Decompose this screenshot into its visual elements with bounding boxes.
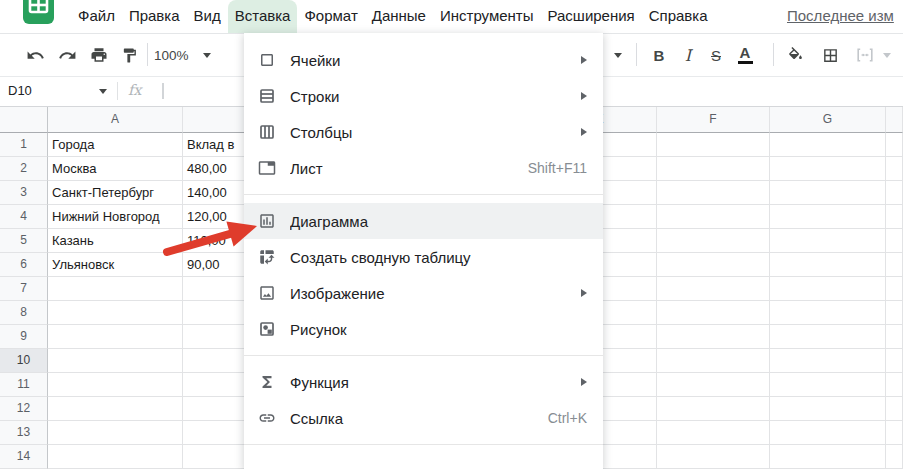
- row-header-6[interactable]: 6: [0, 253, 48, 277]
- cell-H5[interactable]: [886, 229, 903, 253]
- cell-A9[interactable]: [48, 325, 183, 349]
- fill-color-icon[interactable]: [782, 42, 808, 68]
- cell-H7[interactable]: [886, 277, 903, 301]
- cell-G10[interactable]: [770, 349, 886, 373]
- menu-item-link[interactable]: Ссылка Ctrl+K: [244, 400, 603, 436]
- cell-H3[interactable]: [886, 181, 903, 205]
- menu-item-cells[interactable]: Ячейки: [244, 42, 603, 78]
- undo-icon[interactable]: [22, 42, 48, 68]
- cell-G14[interactable]: [770, 445, 886, 469]
- row-header-1[interactable]: 1: [0, 133, 48, 157]
- cell-G6[interactable]: [770, 253, 886, 277]
- menu-insert[interactable]: Вставка: [228, 0, 298, 33]
- sheets-logo-icon[interactable]: [22, 0, 55, 25]
- cell-H9[interactable]: [886, 325, 903, 349]
- cell-F7[interactable]: [657, 277, 770, 301]
- cell-H1[interactable]: [886, 133, 903, 157]
- cell-F5[interactable]: [657, 229, 770, 253]
- cell-F2[interactable]: [657, 157, 770, 181]
- cell-F4[interactable]: [657, 205, 770, 229]
- column-header-F[interactable]: F: [657, 106, 770, 133]
- cell-H13[interactable]: [886, 421, 903, 445]
- row-header-7[interactable]: 7: [0, 277, 48, 301]
- italic-button[interactable]: I: [675, 42, 701, 68]
- menu-item-rows[interactable]: Строки: [244, 78, 603, 114]
- menu-file[interactable]: Файл: [71, 0, 122, 33]
- grid-corner[interactable]: [0, 106, 48, 133]
- cell-A1[interactable]: Города: [48, 133, 183, 157]
- menu-item-pivot-table[interactable]: Создать сводную таблицу: [244, 239, 603, 275]
- cell-A13[interactable]: [48, 421, 183, 445]
- font-size-dropdown[interactable]: [608, 42, 628, 68]
- cell-F12[interactable]: [657, 397, 770, 421]
- strikethrough-button[interactable]: S: [703, 42, 729, 68]
- row-header-2[interactable]: 2: [0, 157, 48, 181]
- row-header-9[interactable]: 9: [0, 325, 48, 349]
- merge-cells-dropdown[interactable]: [878, 42, 896, 68]
- cell-A11[interactable]: [48, 373, 183, 397]
- row-header-3[interactable]: 3: [0, 181, 48, 205]
- cell-H8[interactable]: [886, 301, 903, 325]
- text-color-button[interactable]: A: [732, 42, 758, 68]
- cell-H12[interactable]: [886, 397, 903, 421]
- cell-A10[interactable]: [48, 349, 183, 373]
- menu-data[interactable]: Данные: [365, 0, 433, 33]
- column-header-partial[interactable]: [886, 106, 903, 133]
- menu-item-drawing[interactable]: Рисунок: [244, 311, 603, 347]
- merge-cells-icon[interactable]: [852, 42, 878, 68]
- cell-A4[interactable]: Нижний Новгород: [48, 205, 183, 229]
- cell-G13[interactable]: [770, 421, 886, 445]
- last-edit-link[interactable]: Последнее изм: [787, 0, 903, 33]
- row-header-14[interactable]: 14: [0, 445, 48, 469]
- cell-G11[interactable]: [770, 373, 886, 397]
- menu-item-function[interactable]: Функция: [244, 364, 603, 400]
- menu-item-image[interactable]: Изображение: [244, 275, 603, 311]
- name-box-dropdown-icon[interactable]: [99, 89, 107, 94]
- menu-format[interactable]: Формат: [297, 0, 364, 33]
- cell-G3[interactable]: [770, 181, 886, 205]
- cell-F13[interactable]: [657, 421, 770, 445]
- cell-F6[interactable]: [657, 253, 770, 277]
- cell-A8[interactable]: [48, 301, 183, 325]
- menu-item-sheet[interactable]: Лист Shift+F11: [244, 150, 603, 186]
- cell-H2[interactable]: [886, 157, 903, 181]
- row-header-4[interactable]: 4: [0, 205, 48, 229]
- name-box[interactable]: D10: [8, 77, 32, 105]
- cell-H10[interactable]: [886, 349, 903, 373]
- cell-H6[interactable]: [886, 253, 903, 277]
- cell-G5[interactable]: [770, 229, 886, 253]
- cell-F1[interactable]: [657, 133, 770, 157]
- menu-help[interactable]: Справка: [642, 0, 715, 33]
- column-header-A[interactable]: A: [48, 106, 183, 133]
- cell-F11[interactable]: [657, 373, 770, 397]
- cell-A6[interactable]: Ульяновск: [48, 253, 183, 277]
- row-header-11[interactable]: 11: [0, 373, 48, 397]
- menu-item-chart[interactable]: Диаграмма: [244, 203, 603, 239]
- zoom-select[interactable]: 100%: [154, 42, 211, 68]
- cell-A2[interactable]: Москва: [48, 157, 183, 181]
- menu-tools[interactable]: Инструменты: [433, 0, 541, 33]
- menu-extensions[interactable]: Расширения: [541, 0, 642, 33]
- menu-view[interactable]: Вид: [187, 0, 228, 33]
- cell-G2[interactable]: [770, 157, 886, 181]
- cell-F3[interactable]: [657, 181, 770, 205]
- cell-A14[interactable]: [48, 445, 183, 469]
- cell-G7[interactable]: [770, 277, 886, 301]
- cell-F10[interactable]: [657, 349, 770, 373]
- cell-A5[interactable]: Казань: [48, 229, 183, 253]
- paint-format-icon[interactable]: [116, 42, 142, 68]
- print-icon[interactable]: [86, 42, 112, 68]
- cell-F14[interactable]: [657, 445, 770, 469]
- borders-icon[interactable]: [817, 42, 843, 68]
- cell-G1[interactable]: [770, 133, 886, 157]
- cell-F9[interactable]: [657, 325, 770, 349]
- cell-A3[interactable]: Санкт-Петербург: [48, 181, 183, 205]
- cell-H14[interactable]: [886, 445, 903, 469]
- cell-A12[interactable]: [48, 397, 183, 421]
- menu-edit[interactable]: Правка: [122, 0, 187, 33]
- cell-H4[interactable]: [886, 205, 903, 229]
- row-header-12[interactable]: 12: [0, 397, 48, 421]
- cell-G4[interactable]: [770, 205, 886, 229]
- cell-H11[interactable]: [886, 373, 903, 397]
- menu-item-columns[interactable]: Столбцы: [244, 114, 603, 150]
